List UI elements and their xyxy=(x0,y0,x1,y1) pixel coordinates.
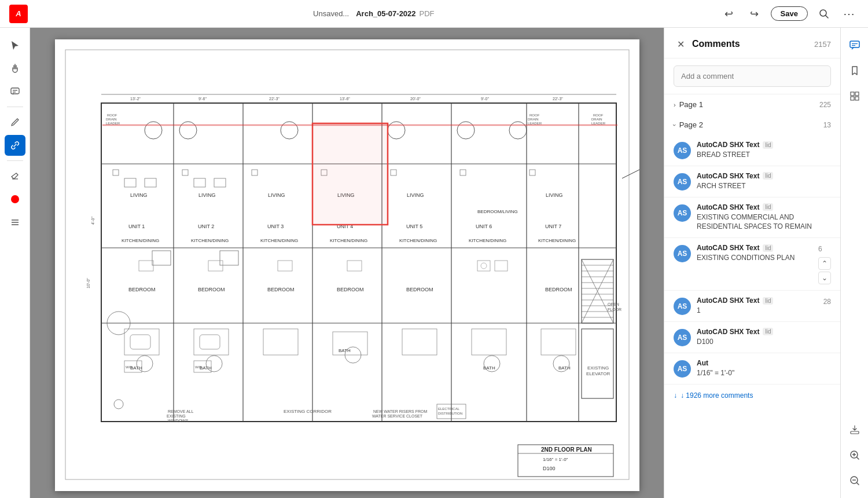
expand-up-button[interactable]: ⌃ xyxy=(818,257,831,270)
comment-meta: AutoCAD SHX Text lid xyxy=(697,328,831,336)
svg-text:WATER SERVICE CLOSET: WATER SERVICE CLOSET xyxy=(372,414,423,418)
zoom-out-rail-icon[interactable] xyxy=(844,470,865,491)
svg-text:UNIT 6: UNIT 6 xyxy=(476,224,492,229)
more-comments-link[interactable]: ↓ ↓ 1926 more comments xyxy=(664,385,840,407)
svg-text:9'-6": 9'-6" xyxy=(198,97,207,101)
grid-rail-icon[interactable] xyxy=(844,86,865,107)
comment-item[interactable]: AS AutoCAD SHX Text lid D100 xyxy=(664,322,840,353)
circle-tool[interactable] xyxy=(5,189,25,210)
eraser-tool[interactable] xyxy=(5,166,25,186)
pdf-viewer-area[interactable]: LIVING LIVING LIVING LIVING LIVING LIVIN… xyxy=(30,28,664,498)
link-tool[interactable] xyxy=(5,135,25,156)
comment-input[interactable] xyxy=(674,65,831,87)
svg-text:2ND FLOOR PLAN: 2ND FLOOR PLAN xyxy=(541,446,592,453)
comment-item[interactable]: AS AutoCAD SHX Text lid BREAD STREET xyxy=(664,135,840,166)
comment-number: 28 xyxy=(823,298,831,306)
svg-text:EXISTING CORRIDOR: EXISTING CORRIDOR xyxy=(284,409,332,414)
page2-header[interactable]: › Page 2 13 xyxy=(664,115,840,135)
page1-chevron: › xyxy=(674,101,676,108)
save-button[interactable]: Save xyxy=(771,6,808,21)
svg-text:KITCHEN/DINING: KITCHEN/DINING xyxy=(260,238,298,243)
page2-count: 13 xyxy=(823,121,831,129)
svg-text:REMOVE ALL: REMOVE ALL xyxy=(168,409,193,413)
svg-text:DRAIN: DRAIN xyxy=(528,118,539,121)
pen-tool[interactable] xyxy=(5,112,25,133)
svg-text:NEW WATER RISERS FROM: NEW WATER RISERS FROM xyxy=(373,409,428,413)
svg-text:ELEVATOR: ELEVATOR xyxy=(586,371,610,376)
redo-button[interactable]: ↪ xyxy=(745,5,764,23)
comment-add-tool[interactable] xyxy=(5,81,25,102)
more-comments-icon: ↓ xyxy=(674,391,677,400)
svg-text:10'-0": 10'-0" xyxy=(86,278,90,288)
comment-item[interactable]: AS AutoCAD SHX Text lid ARCH STREET xyxy=(664,166,840,197)
comment-body: Aut 1/16" = 1'-0" xyxy=(697,359,831,378)
svg-rect-144 xyxy=(312,123,388,225)
svg-rect-162 xyxy=(855,97,859,100)
svg-text:KITCHEN/DINING: KITCHEN/DINING xyxy=(330,238,367,243)
page2-chevron: › xyxy=(671,124,678,126)
comment-item[interactable]: AS AutoCAD SHX Text lid EXISTING COMMERC… xyxy=(664,197,840,239)
export-rail-icon[interactable] xyxy=(844,419,865,440)
adobe-logo: A xyxy=(9,5,28,23)
comment-body: AutoCAD SHX Text lid 1 xyxy=(697,296,818,316)
comment-badge: lid xyxy=(763,244,773,252)
comments-list: › Page 1 225 › Page 2 13 AS AutoCA xyxy=(664,94,840,498)
comment-author: AutoCAD SHX Text xyxy=(697,244,759,252)
page1-section: › Page 1 225 xyxy=(664,94,840,115)
hand-tool[interactable] xyxy=(5,58,25,79)
svg-text:KITCHEN/DINING: KITCHEN/DINING xyxy=(469,238,506,243)
comment-body: AutoCAD SHX Text lid EXISTING COMMERCIAL… xyxy=(697,203,831,232)
comment-text: BREAD STREET xyxy=(697,150,831,160)
svg-text:LIVING: LIVING xyxy=(130,192,148,198)
svg-text:BEDROOM: BEDROOM xyxy=(128,287,156,292)
svg-text:ROOF: ROOF xyxy=(593,113,604,117)
more-button[interactable]: ⋯ xyxy=(840,5,859,23)
select-tool[interactable] xyxy=(5,35,25,56)
search-button[interactable] xyxy=(815,5,833,23)
comment-author: Aut xyxy=(697,359,708,367)
page2-section: › Page 2 13 AS AutoCAD SHX Text lid BREA… xyxy=(664,115,840,407)
comment-item[interactable]: AS Aut 1/16" = 1'-0" xyxy=(664,353,840,385)
comments-title: Comments xyxy=(692,39,810,49)
doc-type: PDF xyxy=(420,9,435,18)
svg-text:BEDROOM/LIVING: BEDROOM/LIVING xyxy=(477,209,518,214)
expand-buttons: 6 ⌃ ⌄ xyxy=(818,244,831,284)
page1-label: Page 1 xyxy=(679,100,816,109)
comment-item[interactable]: AS AutoCAD SHX Text lid EXISTING CONDITI… xyxy=(664,238,840,291)
svg-text:1/16" = 1'-0": 1/16" = 1'-0" xyxy=(543,457,568,462)
svg-text:UNIT 3: UNIT 3 xyxy=(267,224,284,229)
svg-text:4'-0": 4'-0" xyxy=(91,217,95,225)
svg-text:BEDROOM: BEDROOM xyxy=(406,287,433,292)
main-content: LIVING LIVING LIVING LIVING LIVING LIVIN… xyxy=(0,28,868,498)
close-comments-button[interactable]: ✕ xyxy=(674,37,687,51)
svg-text:22'-3": 22'-3" xyxy=(553,97,563,101)
svg-rect-161 xyxy=(851,97,854,100)
svg-line-165 xyxy=(856,457,859,460)
comment-item[interactable]: AS AutoCAD SHX Text lid 1 28 xyxy=(664,291,840,322)
comment-author: AutoCAD SHX Text xyxy=(697,296,759,305)
zoom-in-rail-icon[interactable] xyxy=(844,445,865,466)
comment-author: AutoCAD SHX Text xyxy=(697,328,759,336)
comment-text: EXISTING CONDITIONS PLAN xyxy=(697,253,812,263)
comment-meta: AutoCAD SHX Text lid xyxy=(697,141,831,149)
comment-rail-icon[interactable] xyxy=(844,35,865,56)
avatar: AS xyxy=(674,245,691,262)
bookmark-rail-icon[interactable] xyxy=(844,60,865,81)
page1-header[interactable]: › Page 1 225 xyxy=(664,94,840,115)
undo-button[interactable]: ↩ xyxy=(720,5,738,23)
svg-text:LIVING: LIVING xyxy=(198,192,216,198)
comment-number: 6 xyxy=(818,245,822,253)
svg-text:KITCHEN/DINING: KITCHEN/DINING xyxy=(538,238,576,243)
avatar: AS xyxy=(674,204,691,222)
comment-text: ARCH STREET xyxy=(697,181,831,191)
list-tool[interactable] xyxy=(5,212,25,233)
svg-text:DRAIN: DRAIN xyxy=(106,118,117,121)
comment-author: AutoCAD SHX Text xyxy=(697,141,759,149)
svg-text:KITCHEN/DINING: KITCHEN/DINING xyxy=(191,238,229,243)
svg-text:BATH: BATH xyxy=(558,365,571,371)
svg-rect-163 xyxy=(851,431,859,434)
expand-down-button[interactable]: ⌄ xyxy=(818,272,831,284)
more-comments-text: ↓ 1926 more comments xyxy=(681,391,753,400)
page1-count: 225 xyxy=(819,101,831,109)
svg-text:BEDROOM: BEDROOM xyxy=(267,287,295,292)
